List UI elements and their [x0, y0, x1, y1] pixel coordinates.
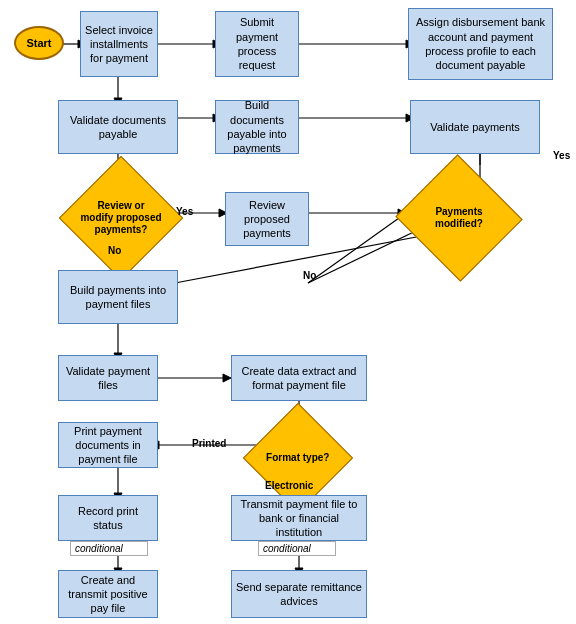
label-no2: No [303, 270, 316, 281]
box-positive-pay: Create and transmit positive pay file [58, 570, 158, 618]
box-build-payments: Build payments into payment files [58, 270, 178, 324]
diamond-modified: Payments modified? [400, 182, 518, 254]
conditional-tag-2: conditional [258, 541, 336, 556]
flowchart: Start Select invoice installments for pa… [0, 0, 576, 624]
label-yes1: Yes [176, 206, 193, 217]
label-electronic: Electronic [265, 480, 313, 491]
svg-line-40 [308, 213, 406, 283]
box-record-print: Record print status [58, 495, 158, 541]
label-no1: No [108, 245, 121, 256]
box-validate-docs: Validate documents payable [58, 100, 178, 154]
box-print-docs: Print payment documents in payment file [58, 422, 158, 468]
box-assign-disbursement: Assign disbursement bank account and pay… [408, 8, 553, 80]
label-yes-top: Yes [553, 150, 570, 161]
box-remittance: Send separate remittance advices [231, 570, 367, 618]
diamond-review: Review or modify proposed payments? [68, 182, 173, 254]
label-printed: Printed [192, 438, 226, 449]
box-transmit-file: Transmit payment file to bank or financi… [231, 495, 367, 541]
box-submit-payment: Submit payment process request [215, 11, 299, 77]
start-node: Start [14, 26, 64, 60]
box-validate-payments: Validate payments [410, 100, 540, 154]
conditional-tag-1: conditional [70, 541, 148, 556]
box-create-extract: Create data extract and format payment f… [231, 355, 367, 401]
box-validate-files: Validate payment files [58, 355, 158, 401]
box-review-payments: Review proposed payments [225, 192, 309, 246]
box-build-docs: Build documents payable into payments [215, 100, 299, 154]
svg-marker-27 [223, 374, 231, 382]
box-select-invoice: Select invoice installments for payment [80, 11, 158, 77]
